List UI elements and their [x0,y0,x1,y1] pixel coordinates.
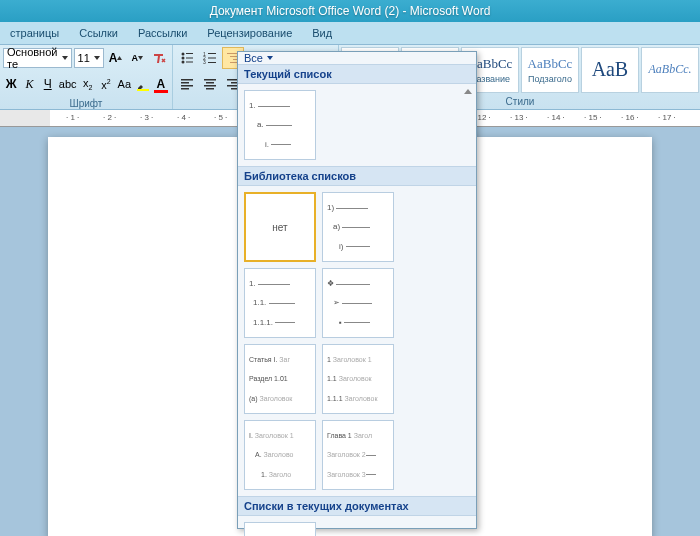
svg-rect-2 [186,53,193,54]
ribbon-tabs: страницы Ссылки Рассылки Рецензирование … [0,22,700,45]
group-font: Основной те 11 A A Ж К Ч abc x2 x2 Aa A … [0,45,173,109]
svg-rect-4 [186,58,193,59]
shrink-font-button[interactable]: A [127,47,147,69]
dropdown-filter-all[interactable]: Все [238,52,476,64]
svg-rect-29 [204,79,216,81]
style-item[interactable]: AaBbCcПодзаголо [521,47,579,93]
multilevel-list-dropdown: Все Текущий список 1. a. i. Библиотека с… [237,51,477,529]
grow-font-button[interactable]: A [106,47,126,69]
font-color-button[interactable]: A [153,73,169,95]
svg-text:3: 3 [203,59,206,65]
svg-rect-12 [208,62,216,63]
bullets-button[interactable] [176,47,198,69]
list-preview[interactable]: 1) a) i) [322,192,394,262]
svg-rect-28 [181,88,189,90]
tab-references[interactable]: Ссылки [69,24,128,42]
bold-button[interactable]: Ж [3,73,19,95]
svg-point-5 [181,61,184,64]
svg-rect-30 [206,82,214,84]
font-size-combo[interactable]: 11 [74,48,104,68]
list-preview[interactable]: ❖ ➢ ▪ [322,268,394,338]
clear-format-button[interactable] [149,47,169,69]
section-in-docs: Списки в текущих документах [238,496,476,516]
scroll-up-icon[interactable] [463,86,473,96]
section-list-library: Библиотека списков [238,166,476,186]
tab-view[interactable]: Вид [302,24,342,42]
svg-point-1 [181,53,184,56]
style-item[interactable]: AaBbCc. [641,47,699,93]
tab-mailings[interactable]: Рассылки [128,24,197,42]
svg-rect-32 [206,88,214,90]
svg-rect-10 [208,58,216,59]
svg-rect-0 [137,89,149,91]
group-font-label: Шрифт [0,97,172,111]
superscript-button[interactable]: x2 [98,73,114,95]
underline-button[interactable]: Ч [40,73,56,95]
list-preview[interactable]: 1. 1.1. 1.1.1. [244,268,316,338]
section-current-list: Текущий список [238,64,476,84]
tab-page-layout[interactable]: страницы [0,24,69,42]
svg-rect-8 [208,53,216,54]
tab-review[interactable]: Рецензирование [197,24,302,42]
list-preview-none[interactable]: нет [244,192,316,262]
list-preview[interactable]: I. Заголовок 1 A. Заголово 1. Заголо [244,420,316,490]
highlight-button[interactable] [134,73,150,95]
svg-rect-25 [181,79,193,81]
svg-rect-13 [227,53,238,54]
align-left-button[interactable] [176,73,198,95]
list-preview[interactable]: 1 Заголовок 1 1.1 Заголовок 1.1.1 Заголо… [322,344,394,414]
subscript-button[interactable]: x2 [80,73,96,95]
svg-rect-27 [181,85,193,87]
svg-rect-6 [186,62,193,63]
font-name-combo[interactable]: Основной те [3,48,72,68]
strike-button[interactable]: abc [58,73,78,95]
svg-rect-26 [181,82,189,84]
svg-rect-31 [204,85,216,87]
style-item[interactable]: АаВ [581,47,639,93]
svg-point-3 [181,57,184,60]
titlebar: Документ Microsoft Office Word (2) - Mic… [0,0,700,22]
list-preview-indoc[interactable]: • ○ ▪ [244,522,316,536]
list-preview-current[interactable]: 1. a. i. [244,90,316,160]
italic-button[interactable]: К [21,73,37,95]
list-preview[interactable]: Глава 1 Загол Заголовок 2 Заголовок 3 [322,420,394,490]
change-case-button[interactable]: Aa [116,73,132,95]
align-center-button[interactable] [199,73,221,95]
numbering-button[interactable]: 123 [199,47,221,69]
list-preview[interactable]: Статья I. Заг Раздел 1.01 (a) Заголовок [244,344,316,414]
